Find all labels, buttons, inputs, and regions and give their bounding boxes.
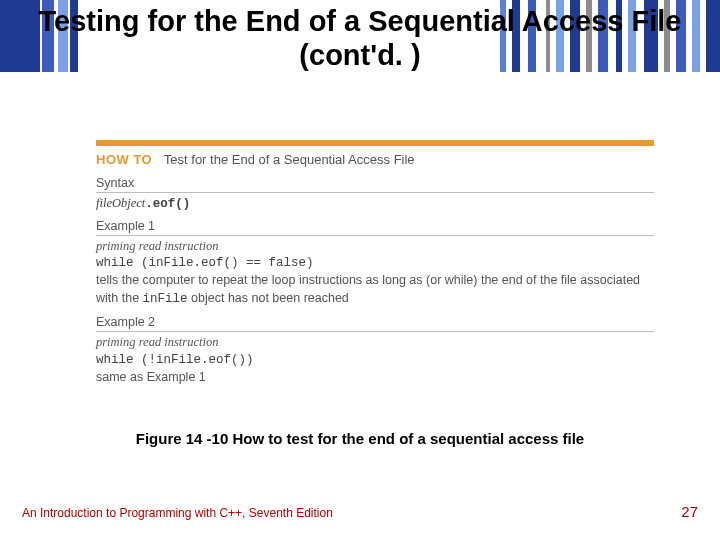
example2-heading: Example 2	[96, 312, 654, 332]
slide-title: Testing for the End of a Sequential Acce…	[0, 4, 720, 72]
example1-priming: priming read instruction	[96, 236, 654, 256]
example2-code: while (!inFile.eof())	[96, 353, 654, 367]
example2-same: same as Example 1	[96, 367, 654, 387]
example1-desc-post: object has not been reached	[188, 291, 349, 305]
howto-heading-row: HOW TO Test for the End of a Sequential …	[96, 146, 654, 170]
example1-code: while (inFile.eof() == false)	[96, 256, 654, 270]
footer-book: An Introduction to Programming with C++,…	[22, 506, 333, 520]
howto-label: HOW TO	[96, 152, 160, 167]
howto-box: HOW TO Test for the End of a Sequential …	[96, 140, 654, 387]
syntax-object: fileObject	[96, 196, 145, 210]
syntax-line: fileObject.eof()	[96, 193, 654, 213]
example1-desc: tells the computer to repeat the loop in…	[96, 270, 654, 309]
syntax-method: .eof()	[145, 197, 190, 211]
footer: An Introduction to Programming with C++,…	[22, 503, 698, 520]
example2-priming: priming read instruction	[96, 332, 654, 352]
footer-page: 27	[681, 503, 698, 520]
example1-desc-code: inFile	[143, 292, 188, 306]
syntax-heading: Syntax	[96, 173, 654, 193]
figure-caption: Figure 14 -10 How to test for the end of…	[0, 430, 720, 447]
example1-heading: Example 1	[96, 216, 654, 236]
howto-desc: Test for the End of a Sequential Access …	[164, 152, 415, 167]
